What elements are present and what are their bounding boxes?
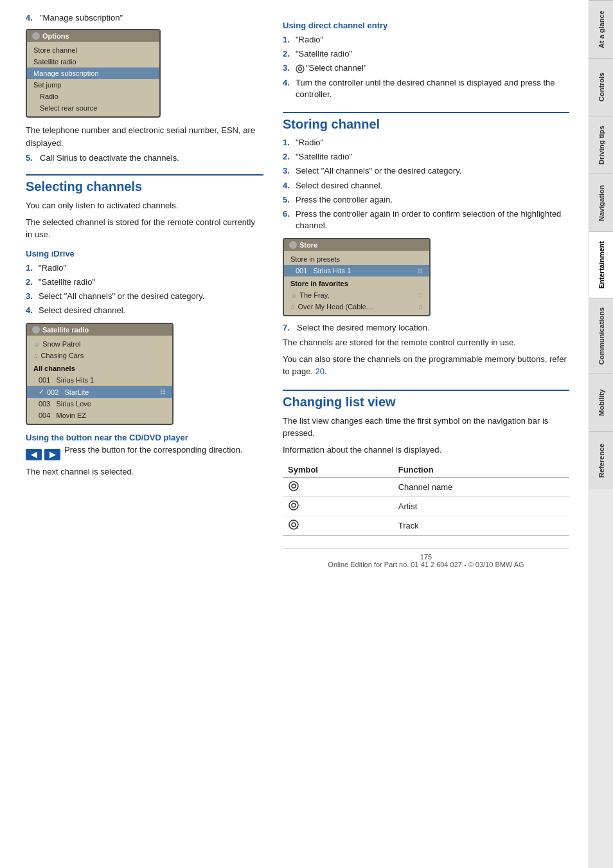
sat-row-all: All channels xyxy=(27,361,172,374)
screen-icon xyxy=(32,32,40,40)
direct-step-4: 4. Turn the controller until the desired… xyxy=(283,77,569,100)
storing-step-1: 1. "Radio" xyxy=(283,137,569,149)
options-row-manage: Manage subscription xyxy=(27,68,159,79)
sat-screen-icon xyxy=(32,326,40,334)
step5-text: Call Sirius to deactivate the channels. xyxy=(40,153,179,163)
prev-btn[interactable]: ◀ xyxy=(26,449,42,460)
options-row-rear: Select rear source xyxy=(27,102,159,114)
options-screen-title: Options xyxy=(42,32,69,40)
store-row-favs: Store in favorites xyxy=(284,276,429,289)
store-screen-icon xyxy=(289,241,297,249)
store-screen-title: Store xyxy=(299,241,317,249)
storing-step-6: 6. Press the controller again in order t… xyxy=(283,208,569,231)
options-screen: Options Store channel Satellite radio Ma… xyxy=(26,29,161,118)
options-row-sat: Satellite radio xyxy=(27,56,159,68)
store-screen: Store Store in presets 001 Sirius Hits 1… xyxy=(283,238,431,316)
left-column: 4. "Manage subscription" Options Store c… xyxy=(26,13,263,855)
idrive-step-1: 1. "Radio" xyxy=(26,262,263,274)
direct-channel-title: Using direct channel entry xyxy=(283,21,569,30)
sat-row-004: 004 Movin EZ xyxy=(27,410,172,421)
svg-point-8 xyxy=(289,520,298,529)
sidebar-tab-entertainment[interactable]: Entertainment xyxy=(589,231,613,298)
selecting-channels-title: Selecting channels xyxy=(26,174,263,194)
step7-num: 7. xyxy=(283,323,293,332)
changing-list-p1: The list view changes each time the firs… xyxy=(283,415,569,440)
storing-steps-list: 1. "Radio" 2. "Satellite radio" 3. Selec… xyxy=(283,137,569,231)
svg-point-1 xyxy=(299,67,302,70)
button-press-text: Press the button for the corresponding d… xyxy=(64,445,243,455)
channel-name-icon xyxy=(288,480,299,492)
sidebar-tab-mobility[interactable]: Mobility xyxy=(589,374,613,431)
storing-channel-title: Storing channel xyxy=(283,112,569,132)
options-row-jump: Set jump xyxy=(27,79,159,91)
nav-buttons: ◀ ▶ xyxy=(26,449,60,460)
sat-row-002: ✓ 002 StarLite ☷ xyxy=(27,386,172,398)
sidebar-tab-controls[interactable]: Controls xyxy=(589,58,613,116)
direct-step-2: 2. "Satellite radio" xyxy=(283,48,569,60)
options-row-radio: Radio xyxy=(27,91,159,102)
next-channel-text: The next channel is selected. xyxy=(26,466,263,478)
page-link[interactable]: 20 xyxy=(315,366,324,376)
step4-num: 4. xyxy=(26,13,36,23)
satellite-radio-screen: Satellite radio ☺ Snow Patrol ♫ Chasing … xyxy=(26,323,173,425)
function-channel: Channel name xyxy=(393,478,569,497)
storing-step-2: 2. "Satellite radio" xyxy=(283,151,569,163)
sat-row-003: 003 Sirius Love xyxy=(27,398,172,410)
direct-steps-list: 1. "Radio" 2. "Satellite radio" 3. "Sele… xyxy=(283,34,569,100)
esn-text: The telephone number and electronic seri… xyxy=(26,124,263,149)
stored-text: The channels are stored for the remote c… xyxy=(283,336,569,349)
store-row-presets: Store in presets xyxy=(284,253,429,265)
svg-point-9 xyxy=(292,523,296,527)
right-column: Using direct channel entry 1. "Radio" 2.… xyxy=(283,13,569,855)
options-row-store: Store channel xyxy=(27,44,159,56)
step7-text: Select the desired memory location. xyxy=(297,323,430,332)
sat-row-chasing: ♫ Chasing Cars xyxy=(27,350,172,361)
also-store-text: You can also store the channels on the p… xyxy=(283,353,569,378)
sidebar-tabs: At a glance Controls Driving tips Naviga… xyxy=(589,0,613,868)
next-btn[interactable]: ▶ xyxy=(44,449,60,460)
sidebar-tab-navigation[interactable]: Navigation xyxy=(589,174,613,231)
footer-text: Online Edition for Part no. 01 41 2 604 … xyxy=(328,561,524,568)
direct-step-1: 1. "Radio" xyxy=(283,34,569,46)
function-artist: Artist xyxy=(393,497,569,516)
step5-num: 5. xyxy=(26,153,36,163)
idrive-step-2: 2. "Satellite radio" xyxy=(26,276,263,288)
page-number: 175 xyxy=(420,553,432,561)
idrive-step-4: 4. Select desired channel. xyxy=(26,305,263,316)
idrive-steps-list: 1. "Radio" 2. "Satellite radio" 3. Selec… xyxy=(26,262,263,317)
store-row-fray: ☺ The Fray, ♡ xyxy=(284,289,429,301)
sidebar-tab-driving-tips[interactable]: Driving tips xyxy=(589,116,613,174)
idrive-step-3: 3. Select "All channels" or the desired … xyxy=(26,291,263,302)
changing-list-p2: Information about the channel is display… xyxy=(283,444,569,457)
using-button-title: Using the button near the CD/DVD player xyxy=(26,433,263,442)
function-track: Track xyxy=(393,516,569,536)
direct-step-3: 3. "Select channel" xyxy=(283,62,569,74)
step4-text: "Manage subscription" xyxy=(40,13,123,23)
store-row-001: 001 Sirius Hits 1 ☷ xyxy=(284,265,429,276)
table-row-artist: Artist xyxy=(283,497,569,516)
controller-icon xyxy=(296,64,305,73)
page-footer: 175 Online Edition for Part no. 01 41 2 … xyxy=(283,548,569,568)
svg-point-6 xyxy=(292,503,296,507)
sidebar-tab-at-a-glance[interactable]: At a glance xyxy=(589,0,613,58)
sidebar-tab-reference[interactable]: Reference xyxy=(589,431,613,489)
svg-line-10 xyxy=(297,527,298,529)
symbol-table: Symbol Function Channel name xyxy=(283,462,569,536)
store-row-over: ♫ Over My Head (Cable.... ♫ xyxy=(284,301,429,312)
sat-row-001: 001 Sirius Hits 1 xyxy=(27,374,172,386)
table-header-function: Function xyxy=(393,462,569,478)
symbol-track xyxy=(283,516,393,536)
table-row-channel: Channel name xyxy=(283,478,569,497)
storing-step-3: 3. Select "All channels" or the desired … xyxy=(283,165,569,177)
storing-step-4: 4. Select desired channel. xyxy=(283,180,569,192)
sat-row-snow: ☺ Snow Patrol xyxy=(27,338,172,350)
svg-point-4 xyxy=(292,484,296,488)
table-header-symbol: Symbol xyxy=(283,462,393,478)
symbol-channel xyxy=(283,478,393,497)
sidebar-tab-communications[interactable]: Communications xyxy=(589,298,613,374)
table-row-track: Track xyxy=(283,516,569,536)
svg-point-5 xyxy=(289,501,298,510)
storing-step-5: 5. Press the controller again. xyxy=(283,194,569,206)
using-idrive-title: Using iDrive xyxy=(26,249,263,258)
track-icon xyxy=(288,519,299,530)
